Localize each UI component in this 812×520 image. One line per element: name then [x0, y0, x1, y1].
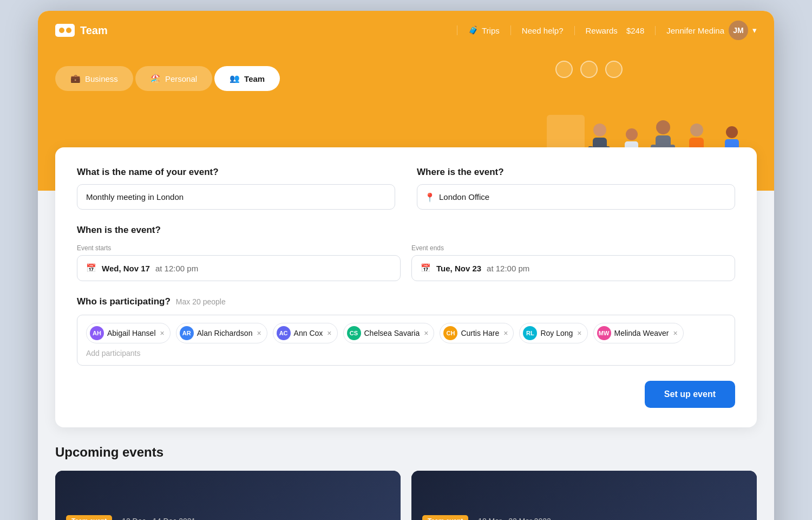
participant-chip-melinda: MW Melinda Weaver ×	[593, 323, 684, 343]
setup-event-button[interactable]: Set up event	[645, 381, 735, 408]
participant-chip-abigail: AH Abigail Hansel ×	[86, 323, 171, 343]
calendar-end-icon: 📅	[421, 263, 431, 273]
participant-remove-roy[interactable]: ×	[577, 329, 581, 337]
user-avatar: JM	[729, 21, 748, 40]
participant-remove-ann[interactable]: ×	[327, 329, 331, 337]
participants-max-label: Max 20 people	[176, 297, 226, 306]
event-ends-picker[interactable]: 📅 Tue, Nov 23 at 12:00 pm	[411, 255, 735, 281]
location-input-wrapper: 📍	[417, 184, 735, 210]
tab-personal[interactable]: 🏖️ Personal	[135, 66, 212, 91]
date-section: When is the event? Event starts 📅 Wed, N…	[77, 225, 735, 281]
svg-point-6	[626, 128, 638, 140]
participants-label-row: Who is participating? Max 20 people	[77, 296, 735, 307]
rewards-nav[interactable]: Rewards $248	[575, 26, 656, 35]
upcoming-section: Upcoming events Team event 12 Dec - 14 D…	[55, 427, 757, 520]
event-card-1[interactable]: Team event 18 Mar - 22 Mar 2022	[411, 471, 757, 520]
event-date-text-0: Team event 12 Dec - 14 Dec 2021	[66, 515, 195, 520]
tabs-row: 💼 Business 🏖️ Personal 👥 Team	[55, 66, 757, 91]
form-row-1: What is the name of your event? Where is…	[77, 167, 735, 210]
participant-name-alan: Alan Richardson	[197, 329, 253, 337]
event-ends-time: at 12:00 pm	[487, 264, 529, 273]
user-menu[interactable]: Jennifer Medina JM ▾	[656, 21, 757, 40]
event-location-group: Where is the event? 📍	[417, 167, 735, 210]
business-icon: 💼	[70, 74, 81, 83]
participant-name-ann: Ann Cox	[294, 329, 323, 337]
event-date-range-0: 12 Dec - 14 Dec 2021	[122, 517, 195, 520]
participant-remove-curtis[interactable]: ×	[503, 329, 508, 337]
help-nav[interactable]: Need help?	[511, 26, 575, 35]
participant-chip-curtis: CH Curtis Hare ×	[440, 323, 514, 343]
svg-point-10	[656, 120, 670, 134]
participant-chip-chelsea: CS Chelsea Savaria ×	[343, 323, 435, 343]
events-row: Team event 12 Dec - 14 Dec 2021 Team eve…	[55, 471, 757, 520]
participant-remove-melinda[interactable]: ×	[673, 329, 677, 337]
participant-chip-ann: AC Ann Cox ×	[273, 323, 338, 343]
event-name-label: What is the name of your event?	[77, 167, 395, 178]
svg-point-0	[593, 123, 606, 136]
participants-section: Who is participating? Max 20 people AH A…	[77, 296, 735, 366]
header-title: Team	[80, 24, 108, 37]
event-starts-sublabel: Event starts	[77, 244, 401, 252]
participant-avatar-abigail: AH	[90, 326, 104, 340]
event-ends-sublabel: Event ends	[411, 244, 735, 252]
tab-business[interactable]: 💼 Business	[55, 66, 133, 91]
calendar-start-icon: 📅	[86, 263, 96, 273]
participant-name-abigail: Abigail Hansel	[107, 329, 156, 337]
participant-avatar-roy: RL	[523, 326, 537, 340]
event-starts-time: at 12:00 pm	[155, 264, 198, 273]
tab-team[interactable]: 👥 Team	[214, 66, 280, 91]
event-tag-1: Team event	[422, 515, 468, 520]
participant-avatar-curtis: CH	[443, 326, 457, 340]
participant-name-melinda: Melinda Weaver	[614, 329, 669, 337]
event-starts-picker[interactable]: 📅 Wed, Nov 17 at 12:00 pm	[77, 255, 401, 281]
user-name: Jennifer Medina	[666, 26, 724, 35]
event-date-range-1: 18 Mar - 22 Mar 2022	[478, 517, 551, 520]
participant-avatar-alan: AR	[180, 326, 194, 340]
chevron-down-icon: ▾	[752, 25, 757, 35]
svg-point-16	[690, 123, 703, 136]
date-inputs-row: Event starts 📅 Wed, Nov 17 at 12:00 pm E…	[77, 244, 735, 281]
logo-icon	[55, 24, 75, 37]
event-location-label: Where is the event?	[417, 167, 735, 178]
participants-box[interactable]: AH Abigail Hansel × AR Alan Richardson ×…	[77, 315, 735, 366]
event-ends-group: Event ends 📅 Tue, Nov 23 at 12:00 pm	[411, 244, 735, 281]
participants-label: Who is participating?	[77, 296, 171, 307]
participant-remove-abigail[interactable]: ×	[160, 329, 165, 337]
event-name-input[interactable]	[77, 184, 395, 210]
app-window: Team 🧳 Trips Need help? Rewards $248 Jen…	[38, 11, 774, 520]
event-name-group: What is the name of your event?	[77, 167, 395, 210]
event-date-text-1: Team event 18 Mar - 22 Mar 2022	[422, 515, 551, 520]
event-ends-date: Tue, Nov 23	[436, 264, 481, 273]
participant-remove-chelsea[interactable]: ×	[424, 329, 428, 337]
participant-chip-roy: RL Roy Long ×	[519, 323, 587, 343]
participant-chip-alan: AR Alan Richardson ×	[176, 323, 267, 343]
team-icon: 👥	[230, 74, 240, 83]
header: Team 🧳 Trips Need help? Rewards $248 Jen…	[38, 11, 774, 50]
participant-avatar-melinda: MW	[597, 326, 611, 340]
trips-icon: 🧳	[468, 25, 479, 35]
event-starts-date: Wed, Nov 17	[102, 264, 150, 273]
header-left: Team	[55, 24, 108, 37]
participant-name-roy: Roy Long	[540, 329, 573, 337]
trips-nav[interactable]: 🧳 Trips	[457, 25, 511, 35]
participant-name-curtis: Curtis Hare	[461, 329, 499, 337]
event-card-0[interactable]: Team event 12 Dec - 14 Dec 2021	[55, 471, 401, 520]
svg-point-23	[726, 126, 738, 138]
participant-remove-alan[interactable]: ×	[257, 329, 261, 337]
personal-icon: 🏖️	[150, 74, 161, 83]
main-content: What is the name of your event? Where is…	[38, 147, 774, 520]
participant-name-chelsea: Chelsea Savaria	[364, 329, 420, 337]
event-starts-group: Event starts 📅 Wed, Nov 17 at 12:00 pm	[77, 244, 401, 281]
participant-avatar-ann: AC	[277, 326, 291, 340]
add-participants-placeholder[interactable]: Add participants	[86, 349, 140, 358]
upcoming-title: Upcoming events	[55, 445, 757, 460]
header-right: 🧳 Trips Need help? Rewards $248 Jennifer…	[457, 21, 757, 40]
location-icon: 📍	[424, 192, 435, 202]
participant-avatar-chelsea: CS	[347, 326, 361, 340]
event-location-input[interactable]	[417, 184, 735, 210]
form-card: What is the name of your event? Where is…	[55, 147, 757, 427]
date-label: When is the event?	[77, 225, 735, 236]
setup-row: Set up event	[77, 381, 735, 408]
event-tag-0: Team event	[66, 515, 112, 520]
